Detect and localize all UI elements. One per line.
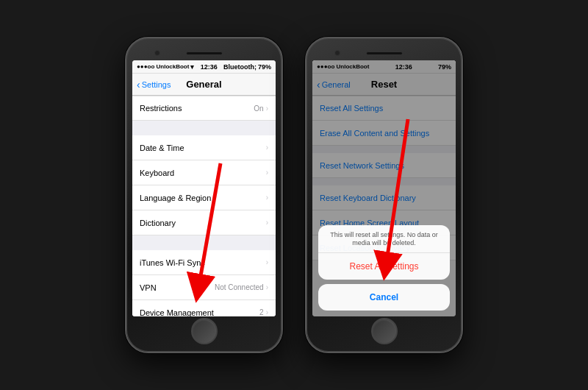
device-management-chevron: › <box>266 308 268 316</box>
camera-left <box>154 50 160 56</box>
dictionary-label: Dictionary <box>140 219 176 227</box>
home-button-left[interactable] <box>191 318 218 344</box>
vpn-value: Not Connected <box>215 283 264 291</box>
back-label-left: Settings <box>142 80 171 89</box>
nav-bar-left: ‹ Settings General <box>132 74 276 96</box>
dictionary-item[interactable]: Dictionary › <box>132 210 276 235</box>
language-region-label: Language & Region <box>140 194 211 202</box>
battery-left: 79% <box>258 63 271 71</box>
home-button-right[interactable] <box>371 318 398 344</box>
left-phone: ●●●oo UnlockBoot ▾ 12:36 Bluetooth; 79% … <box>125 37 283 353</box>
right-phone: ●●●oo UnlockBoot 12:36 79% ‹ General Res… <box>305 37 463 353</box>
itunes-wifi-chevron: › <box>266 258 268 266</box>
wifi-icon-left: ▾ <box>190 63 194 71</box>
camera-right <box>334 50 340 56</box>
itunes-wifi-item[interactable]: iTunes Wi-Fi Sync › <box>132 250 276 275</box>
restrictions-item[interactable]: Restrictions On › <box>132 96 276 121</box>
status-bar-left: ●●●oo UnlockBoot ▾ 12:36 Bluetooth; 79% <box>132 60 276 74</box>
bluetooth-icon-left: Bluetooth; <box>223 63 257 71</box>
cancel-button[interactable]: Cancel <box>318 284 450 311</box>
device-management-label: Device Management <box>140 308 214 317</box>
back-chevron-left: ‹ <box>137 79 140 90</box>
restrictions-value: On <box>254 104 263 113</box>
dictionary-chevron: › <box>266 219 268 227</box>
device-management-value: 2 <box>259 308 264 316</box>
date-time-label: Date & Time <box>140 143 184 152</box>
keyboard-label: Keyboard <box>140 169 174 177</box>
back-button-left[interactable]: ‹ Settings <box>137 79 171 90</box>
restrictions-chevron: › <box>266 104 268 113</box>
settings-list-left: Restrictions On › Date & Time › Keyboard… <box>132 96 276 316</box>
speaker-left <box>186 52 223 55</box>
divider2 <box>132 235 276 250</box>
time-left: 12:36 <box>201 63 218 71</box>
divider1 <box>132 121 276 135</box>
modal-sheet: This will reset all settings. No data or… <box>312 225 456 316</box>
itunes-wifi-label: iTunes Wi-Fi Sync <box>140 258 205 267</box>
reset-all-settings-action[interactable]: Reset All Settings <box>318 253 450 280</box>
vpn-item[interactable]: VPN Not Connected › <box>132 275 276 300</box>
date-time-item[interactable]: Date & Time › <box>132 135 276 160</box>
nav-title-left: General <box>186 79 221 90</box>
vpn-label: VPN <box>140 283 157 292</box>
modal-card: This will reset all settings. No data or… <box>318 225 450 280</box>
date-time-chevron: › <box>266 143 268 152</box>
carrier-left: ●●●oo UnlockBoot <box>137 63 189 70</box>
modal-overlay: This will reset all settings. No data or… <box>312 60 456 316</box>
speaker-right <box>366 52 403 55</box>
device-management-item[interactable]: Device Management 2 › <box>132 300 276 316</box>
keyboard-chevron: › <box>266 169 268 177</box>
keyboard-item[interactable]: Keyboard › <box>132 160 276 185</box>
modal-description: This will reset all settings. No data or… <box>326 231 442 248</box>
restrictions-label: Restrictions <box>140 104 182 113</box>
right-screen: ●●●oo UnlockBoot 12:36 79% ‹ General Res… <box>312 60 456 316</box>
language-region-item[interactable]: Language & Region › <box>132 185 276 210</box>
modal-title-area: This will reset all settings. No data or… <box>318 225 450 253</box>
vpn-chevron: › <box>266 283 268 291</box>
left-screen: ●●●oo UnlockBoot ▾ 12:36 Bluetooth; 79% … <box>132 60 276 316</box>
language-region-chevron: › <box>266 194 268 202</box>
